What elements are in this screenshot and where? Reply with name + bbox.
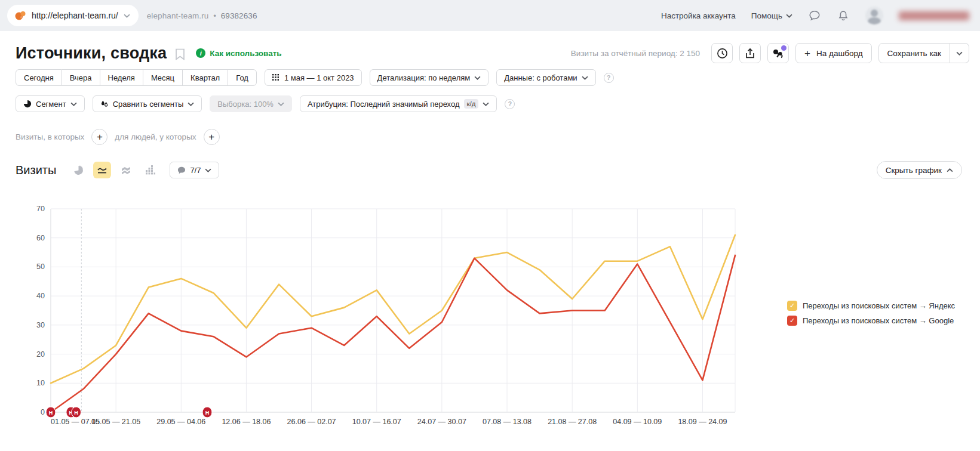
report-page: Источники, сводка i Как использовать Виз… xyxy=(0,31,980,451)
goals-counter-button[interactable]: 7/7 xyxy=(170,162,219,178)
svg-text:15.05 — 21.05: 15.05 — 21.05 xyxy=(91,418,140,426)
columns-chart-icon xyxy=(145,165,155,175)
svg-text:Н: Н xyxy=(74,410,78,416)
tab-month[interactable]: Месяц xyxy=(143,69,183,86)
svg-text:50: 50 xyxy=(36,262,45,271)
site-selector[interactable]: http://elephant-team.ru/ xyxy=(7,5,139,26)
tab-quarter[interactable]: Квартал xyxy=(183,69,228,86)
info-icon: i xyxy=(196,48,205,58)
attribution-select[interactable]: Атрибуция: Последний значимый переход к/… xyxy=(300,95,497,112)
site-url: http://elephant-team.ru/ xyxy=(32,11,118,20)
chevron-down-icon xyxy=(956,51,963,55)
visits-period-summary: Визиты за отчётный период: 2 150 xyxy=(571,49,700,58)
svg-text:70: 70 xyxy=(36,205,45,213)
legend-label: Переходы из поисковых систем → Google xyxy=(803,316,954,325)
line-chart-icon xyxy=(97,165,107,175)
legend-label: Переходы из поисковых систем → Яндекс xyxy=(803,301,955,310)
chevron-down-icon xyxy=(70,102,77,106)
export-button[interactable] xyxy=(739,43,761,63)
svg-text:21.08 — 27.08: 21.08 — 27.08 xyxy=(548,418,597,426)
how-to-use-link[interactable]: i Как использовать xyxy=(196,48,281,58)
tab-week[interactable]: Неделя xyxy=(100,69,143,86)
site-domain: elephant-team.ru xyxy=(147,11,209,20)
plus-icon: + xyxy=(804,48,810,58)
help-menu[interactable]: Помощь xyxy=(751,11,792,20)
chevron-down-icon xyxy=(278,102,284,106)
compare-segments-button[interactable]: Сравнить сегменты xyxy=(93,95,202,112)
svg-text:0: 0 xyxy=(41,408,45,416)
help-question-icon[interactable]: ? xyxy=(505,99,515,109)
period-tabs: Сегодня Вчера Неделя Месяц Квартал Год xyxy=(16,69,257,86)
segment-button[interactable]: Сегмент xyxy=(16,95,85,112)
chevron-down-icon xyxy=(188,102,194,106)
chevron-down-icon xyxy=(786,14,792,18)
svg-text:Н: Н xyxy=(49,410,53,416)
people-filter-label: для людей, у которых xyxy=(115,132,196,141)
chevron-down-icon xyxy=(483,102,489,106)
svg-text:24.07 — 30.07: 24.07 — 30.07 xyxy=(417,418,466,426)
clock-icon xyxy=(717,48,728,59)
account-settings-link[interactable]: Настройка аккаунта xyxy=(661,11,736,20)
svg-text:40: 40 xyxy=(36,292,45,300)
chart-type-line-button[interactable] xyxy=(93,162,111,178)
data-mode-select[interactable]: Данные: с роботами xyxy=(496,69,595,86)
top-header-bar: http://elephant-team.ru/ elephant-team.r… xyxy=(0,0,980,31)
history-clock-button[interactable] xyxy=(711,43,733,63)
stacked-area-icon xyxy=(121,166,131,175)
comment-bubble-icon xyxy=(177,166,186,174)
chevron-up-icon xyxy=(947,168,953,172)
svg-text:10.07 — 16.07: 10.07 — 16.07 xyxy=(352,418,401,426)
user-avatar[interactable] xyxy=(865,7,883,24)
svg-text:12.06 — 18.06: 12.06 — 18.06 xyxy=(222,418,271,426)
add-people-filter-button[interactable]: + xyxy=(204,129,220,145)
detalization-select[interactable]: Детализация: по неделям xyxy=(370,69,489,86)
tab-yesterday[interactable]: Вчера xyxy=(62,69,100,86)
chevron-down-icon xyxy=(582,76,588,80)
svg-text:10: 10 xyxy=(36,379,45,387)
counter-id: 69382636 xyxy=(221,11,257,20)
sampling-select[interactable]: Выборка: 100% xyxy=(210,95,292,112)
bookmark-icon[interactable] xyxy=(175,48,185,60)
notification-dot xyxy=(781,45,787,51)
svg-text:Н: Н xyxy=(205,410,210,416)
help-question-icon[interactable]: ? xyxy=(604,73,614,83)
notifications-bell-icon[interactable] xyxy=(837,9,850,22)
save-as-split-button: Сохранить как xyxy=(878,43,969,63)
save-as-button[interactable]: Сохранить как xyxy=(878,43,950,63)
chart-type-pie-button[interactable] xyxy=(69,162,87,178)
attribution-badge: к/д xyxy=(464,99,479,109)
svg-text:18.09 — 24.09: 18.09 — 24.09 xyxy=(678,418,727,426)
calendar-grid-icon xyxy=(272,74,280,82)
chart-type-columns-button[interactable] xyxy=(141,162,159,178)
compare-segments-icon xyxy=(100,100,109,108)
legend-checkbox-icon[interactable]: ✓ xyxy=(787,316,797,326)
chevron-down-icon xyxy=(474,76,481,80)
svg-text:30: 30 xyxy=(36,321,45,329)
svg-text:07.08 — 13.08: 07.08 — 13.08 xyxy=(483,418,532,426)
add-visit-filter-button[interactable]: + xyxy=(91,129,107,145)
add-to-dashboard-button[interactable]: + На дашборд xyxy=(795,43,871,63)
metrica-apps-button[interactable] xyxy=(767,43,789,63)
segment-pie-icon xyxy=(23,100,32,108)
date-range-picker[interactable]: 1 мая — 1 окт 2023 xyxy=(265,69,362,86)
svg-text:04.09 — 10.09: 04.09 — 10.09 xyxy=(613,418,662,426)
page-title: Источники, сводка xyxy=(16,44,167,63)
tab-year[interactable]: Год xyxy=(228,69,257,86)
visits-line-chart[interactable]: 01020304050607001.05 — 07.0515.05 — 21.0… xyxy=(27,200,744,428)
legend-item[interactable]: ✓Переходы из поисковых систем → Яндекс xyxy=(787,301,955,311)
svg-text:26.06 — 02.07: 26.06 — 02.07 xyxy=(287,418,336,426)
chart-canvas[interactable]: 01020304050607001.05 — 07.0515.05 — 21.0… xyxy=(27,200,744,428)
metric-title: Визиты xyxy=(16,163,56,177)
hide-chart-button[interactable]: Скрыть график xyxy=(877,161,962,179)
feedback-chat-icon[interactable] xyxy=(808,9,821,22)
export-icon xyxy=(745,48,755,59)
site-favicon-icon xyxy=(14,10,26,21)
legend-checkbox-icon[interactable]: ✓ xyxy=(787,301,797,311)
chart-legend: ✓Переходы из поисковых систем → Яндекс✓П… xyxy=(787,301,955,326)
save-as-dropdown-button[interactable] xyxy=(950,43,969,63)
chevron-down-icon xyxy=(205,168,211,172)
tab-today[interactable]: Сегодня xyxy=(16,69,62,86)
svg-text:20: 20 xyxy=(36,350,45,359)
legend-item[interactable]: ✓Переходы из поисковых систем → Google xyxy=(787,316,955,326)
chart-type-area-button[interactable] xyxy=(117,162,135,178)
